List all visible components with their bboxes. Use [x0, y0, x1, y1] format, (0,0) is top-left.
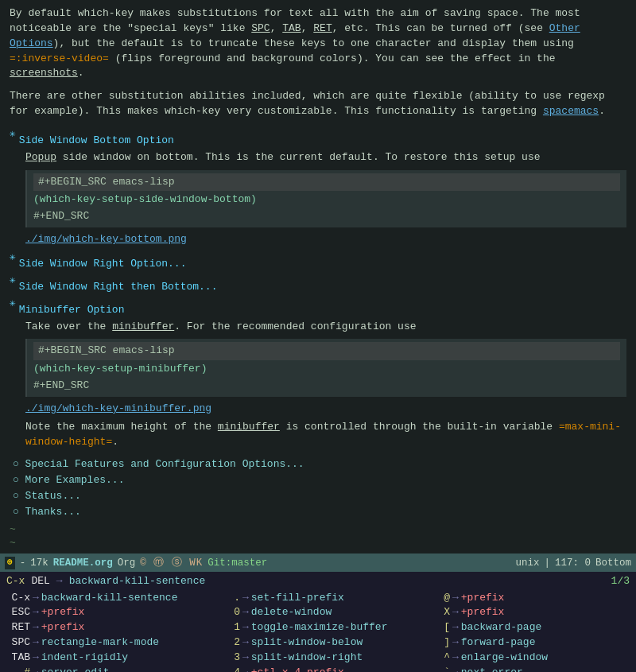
modeline: ⊕ - 17k README.org Org © ⓜ ⓢ WK Git:mast… — [0, 554, 636, 572]
toc-item-4[interactable]: Thanks... — [10, 505, 626, 520]
wk-key: @ — [426, 591, 450, 606]
toc-item-3[interactable]: Status... — [10, 489, 626, 504]
section4-body: Take over the minibuffer. For the recomm… — [10, 320, 626, 450]
wk-cell: 1→toggle-maximize-buffer — [213, 620, 423, 635]
section1-img-link[interactable]: ./img/which-key-bottom.png — [25, 232, 626, 247]
wk-page: 1/3 — [611, 574, 630, 589]
wk-arrow: → — [33, 592, 39, 604]
section3-heading[interactable]: ✳ Side Window Right then Bottom... — [10, 274, 626, 297]
wk-key: 1 — [216, 620, 240, 635]
wk-cell: SPC→rectangle-mark-mode — [3, 635, 213, 651]
wk-main-value: backward-kill-sentence — [69, 574, 206, 589]
wk-cell: 2→split-window-below — [213, 635, 423, 651]
wk-arrow: → — [242, 606, 249, 618]
modeline-filesize: 17k — [30, 556, 48, 570]
tilde-line2: ~ — [10, 537, 626, 550]
wk-arrow-main: → — [56, 574, 63, 589]
toc-item-2[interactable]: More Examples... — [10, 473, 626, 488]
wk-arrow: → — [33, 606, 39, 618]
section1-heading-text[interactable]: Side Window Bottom Option — [19, 134, 174, 149]
section3: ✳ Side Window Right then Bottom... — [10, 274, 626, 297]
wk-value: enlarge-window — [461, 651, 548, 663]
section1-begin-src: #+BEGIN_SRC emacs-lisp — [33, 173, 620, 192]
modeline-encoding: unix — [515, 556, 539, 570]
wk-row: #→server-edit4→+ctl-x-4-prefix`→next-err… — [3, 666, 633, 672]
section4-img-link[interactable]: ./img/which-key-minibuffer.png — [25, 402, 626, 417]
wk-cell: ^→enlarge-window — [423, 651, 633, 666]
section1-desc: Popup side window on bottom. This is the… — [25, 150, 626, 165]
section2: ✳ Side Window Right Option... — [10, 251, 626, 274]
wk-key: SPC — [6, 635, 30, 651]
wk-arrow: → — [452, 606, 459, 618]
wk-key: ^ — [426, 651, 450, 666]
modeline-major: Org — [118, 556, 136, 570]
wk-arrow: → — [452, 636, 459, 648]
section2-heading-text[interactable]: Side Window Right Option... — [19, 257, 187, 272]
modeline-scroll: Bottom — [595, 556, 631, 570]
wk-cell: RET→+prefix — [3, 620, 213, 635]
section4-end-src: #+END_SRC — [33, 379, 620, 394]
wk-arrow: → — [242, 651, 249, 663]
wk-key: ` — [426, 666, 450, 672]
wk-row: RET→+prefix1→toggle-maximize-buffer[→bac… — [3, 620, 633, 635]
which-key-rows: C-x→backward-kill-sentence.→set-fill-pre… — [3, 591, 633, 672]
wk-value: +prefix — [41, 606, 85, 618]
wk-chord: C-x — [6, 574, 25, 589]
wk-key: # — [6, 666, 30, 672]
wk-cell: 3→split-window-right — [213, 651, 423, 666]
wk-cell: C-x→backward-kill-sentence — [3, 591, 213, 606]
wk-row: C-x→backward-kill-sentence.→set-fill-pre… — [3, 591, 633, 606]
modeline-size: - — [20, 556, 26, 570]
wk-arrow: → — [33, 666, 39, 672]
wk-value: forward-page — [461, 636, 536, 648]
modeline-git: Git:master — [207, 556, 267, 570]
wk-key: [ — [426, 620, 450, 635]
section1-heading[interactable]: ✳ Side Window Bottom Option — [10, 127, 626, 150]
intro-block-2: There are other substitution abilities i… — [10, 89, 626, 119]
wk-arrow: → — [452, 592, 459, 604]
modeline-filename[interactable]: README.org — [53, 556, 113, 570]
wk-cell: #→server-edit — [3, 666, 213, 672]
modeline-icons: © ⓜ ⓢ WK — [140, 556, 203, 570]
wk-value: +prefix — [41, 621, 85, 633]
wk-value: backward-page — [461, 621, 541, 633]
section4-heading-text[interactable]: Minibuffer Option — [19, 303, 125, 318]
wk-cell: TAB→indent-rigidly — [3, 651, 213, 666]
section4: ✳ Minibuffer Option Take over the minibu… — [10, 297, 626, 450]
wk-value: +prefix — [461, 592, 505, 604]
wk-row: TAB→indent-rigidly3→split-window-right^→… — [3, 651, 633, 666]
modeline-indicator: ⊕ — [5, 557, 15, 569]
which-key-header: C-x DEL → backward-kill-sentence 1/3 — [3, 573, 633, 590]
wk-value: indent-rigidly — [41, 651, 128, 663]
wk-arrow: → — [33, 621, 39, 633]
section3-heading-text[interactable]: Side Window Right then Bottom... — [19, 280, 218, 295]
wk-value: server-edit — [41, 666, 110, 672]
wk-value: backward-kill-sentence — [41, 592, 178, 604]
wk-key: X — [426, 605, 450, 620]
wk-arrow: → — [242, 636, 249, 648]
spacemacs-link[interactable]: spacemacs — [543, 105, 599, 117]
wk-row: ESC→+prefix0→delete-windowX→+prefix — [3, 605, 633, 620]
section2-heading[interactable]: ✳ Side Window Right Option... — [10, 251, 626, 274]
wk-value: delete-window — [251, 606, 332, 618]
wk-cell: ]→forward-page — [423, 635, 633, 651]
wk-value: next-error — [461, 666, 523, 672]
tilde-line: ~ — [10, 523, 626, 537]
toc-item-1[interactable]: Special Features and Configuration Optio… — [10, 457, 626, 472]
intro-para-2: There are other substitution abilities i… — [10, 89, 626, 119]
intro-para-1: By default which-key makes substitutions… — [10, 6, 626, 81]
wk-cell: .→set-fill-prefix — [213, 591, 423, 606]
wk-arrow: → — [242, 592, 249, 604]
wk-value: +ctl-x-4-prefix — [251, 666, 344, 672]
wk-key: 0 — [216, 605, 240, 620]
wk-value: rectangle-mark-mode — [41, 636, 159, 648]
section4-heading[interactable]: ✳ Minibuffer Option — [10, 297, 626, 320]
wk-value: split-window-below — [251, 636, 363, 648]
wk-key: 4 — [216, 666, 240, 672]
wk-value: split-window-right — [251, 651, 363, 663]
section1-end-src: #+END_SRC — [33, 209, 620, 224]
intro-block-1: By default which-key makes substitutions… — [10, 6, 626, 81]
wk-cell: @→+prefix — [423, 591, 633, 606]
wk-arrow: → — [33, 651, 39, 663]
wk-value: set-fill-prefix — [251, 592, 344, 604]
